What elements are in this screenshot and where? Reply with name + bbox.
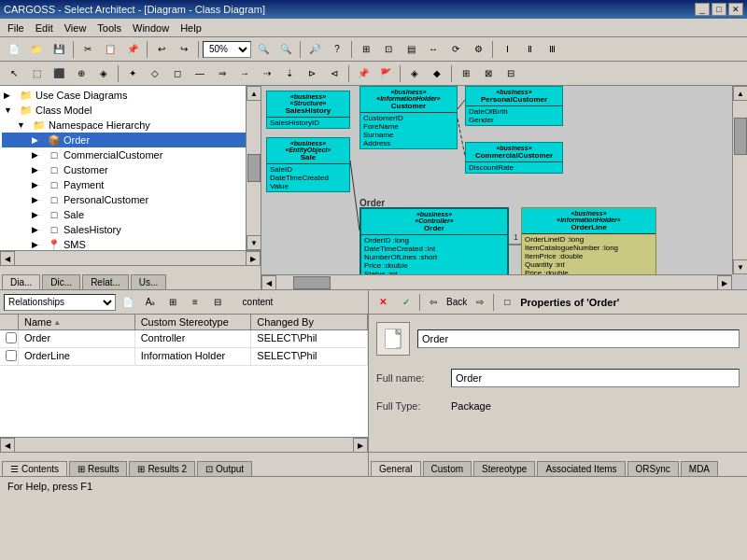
zoom-select[interactable]: 50% 75% 100% [203, 41, 251, 58]
tb2-btn-o[interactable]: ⊲ [324, 63, 345, 84]
new-btn[interactable]: 📄 [4, 39, 24, 60]
uml-class-saleshistory[interactable]: «business» «Structure» SalesHistory Sale… [266, 91, 350, 129]
uml-class-commercial[interactable]: «business» CommercialCustomer DiscountRa… [465, 142, 563, 174]
diagram-scrollbar-v[interactable]: ▲ ▼ [732, 86, 747, 274]
tb1-btn-f[interactable]: ⚙ [468, 39, 488, 60]
scroll-right[interactable]: ▶ [246, 251, 261, 266]
tb2-btn-l[interactable]: ⇢ [257, 63, 277, 84]
tb2-btn-p[interactable]: 📌 [353, 63, 374, 84]
tab-general[interactable]: General [371, 461, 421, 476]
tab-output[interactable]: ⊡ Output [197, 461, 252, 476]
tree-item-saleshistory[interactable]: ▶ □ SalesHistory [2, 222, 259, 237]
tree-item-commercial[interactable]: ▶ □ CommercialCustomer [2, 147, 259, 162]
tb1-btn-c[interactable]: ▤ [401, 39, 421, 60]
tab-results[interactable]: ⊞ Results [69, 461, 127, 476]
scroll-up[interactable]: ▲ [247, 86, 261, 101]
table-row-order[interactable]: Order Controller SELECT\Phil [0, 330, 368, 348]
copy-btn[interactable]: 📋 [100, 39, 120, 60]
help-btn[interactable]: ? [327, 39, 347, 60]
open-btn[interactable]: 📁 [26, 39, 47, 60]
scroll-left[interactable]: ◀ [0, 251, 15, 266]
tree-item-class-model[interactable]: ▼ 📁 Class Model [2, 103, 259, 118]
tab-diagram[interactable]: Dia... [2, 274, 40, 289]
tb1-btn-e[interactable]: ⟳ [445, 39, 466, 60]
props-close-btn[interactable]: ✕ [373, 292, 393, 313]
tb1-btn-b[interactable]: ⊡ [378, 39, 399, 60]
bl-edit-btn[interactable]: Aₐ [140, 292, 161, 313]
content-btn[interactable]: content [230, 292, 286, 313]
tree-item-customer[interactable]: ▶ □ Customer [2, 162, 259, 177]
row-checkbox-1[interactable] [6, 332, 17, 343]
search-btn[interactable]: 🔎 [304, 39, 325, 60]
tb2-btn-s[interactable]: ◆ [427, 63, 447, 84]
bl-scroll-left[interactable]: ◀ [0, 438, 15, 453]
tree-item-personal[interactable]: ▶ □ PersonalCustomer [2, 192, 259, 207]
tab-users[interactable]: Us... [131, 274, 167, 289]
th-stereotype[interactable]: Custom Stereotype [135, 315, 252, 329]
td-check-1[interactable] [0, 330, 19, 347]
tb1-btn-d[interactable]: ↔ [423, 39, 444, 60]
undo-btn[interactable]: ↩ [151, 39, 172, 60]
diag-scroll-thumb-v[interactable] [734, 118, 747, 155]
bl-props-btn[interactable]: ≡ [185, 292, 205, 313]
redo-btn[interactable]: ↪ [174, 39, 194, 60]
bl-scroll-right[interactable]: ▶ [353, 438, 368, 453]
tab-associated[interactable]: Associated Items [537, 461, 625, 476]
table-row-orderline[interactable]: OrderLine Information Holder SELECT\Phil [0, 348, 368, 366]
relationships-dropdown[interactable]: Relationships Attributes Operations All [4, 294, 116, 311]
bl-scroll-h[interactable]: ◀ ▶ [0, 437, 368, 452]
diag-scroll-right[interactable]: ▶ [717, 275, 732, 289]
tb2-btn-u[interactable]: ⊠ [478, 63, 499, 84]
tab-results2[interactable]: ⊞ Results 2 [129, 461, 195, 476]
tb2-btn-k[interactable]: → [234, 63, 255, 84]
bl-new-btn[interactable]: 📄 [118, 292, 138, 313]
name-input[interactable] [417, 329, 740, 348]
td-check-2[interactable] [0, 348, 19, 365]
scroll-down[interactable]: ▼ [247, 235, 261, 250]
tb2-btn-m[interactable]: ⇣ [279, 63, 300, 84]
tb2-btn-b[interactable]: ⬚ [26, 63, 47, 84]
menu-tools[interactable]: Tools [92, 21, 127, 35]
maximize-button[interactable]: □ [712, 3, 726, 16]
tb2-btn-j[interactable]: ⇒ [212, 63, 233, 84]
th-name[interactable]: Name ▲ [19, 315, 135, 329]
tree-item-sms[interactable]: ▶ 📍 SMS [2, 237, 259, 250]
close-button[interactable]: ✕ [728, 3, 743, 16]
tab-dictionary[interactable]: Dic... [42, 274, 80, 289]
menu-file[interactable]: File [2, 21, 30, 35]
tb2-btn-n[interactable]: ⊳ [302, 63, 322, 84]
tb2-btn-c[interactable]: ⬛ [49, 63, 69, 84]
tb2-btn-v[interactable]: ⊟ [500, 63, 521, 84]
tb2-btn-e[interactable]: ◈ [93, 63, 114, 84]
tb2-btn-h[interactable]: ◻ [167, 63, 188, 84]
zoom-in-btn[interactable]: 🔍 [253, 39, 274, 60]
tree-item-use-case[interactable]: ▶ 📁 Use Case Diagrams [2, 88, 259, 103]
tb1-btn-i[interactable]: Ⅲ [542, 39, 562, 60]
tb1-btn-h[interactable]: Ⅱ [519, 39, 540, 60]
th-changed[interactable]: Changed By [251, 315, 368, 329]
tab-contents[interactable]: ☰ Contents [2, 461, 67, 476]
fullname-input[interactable] [451, 369, 740, 387]
diag-scroll-up[interactable]: ▲ [733, 86, 747, 101]
tree-item-sale[interactable]: ▶ □ Sale [2, 207, 259, 222]
diagram-canvas[interactable]: «business» «Structure» SalesHistory Sale… [261, 86, 747, 289]
props-back-btn[interactable]: ⇦ [423, 292, 444, 313]
tb1-btn-g[interactable]: Ⅰ [497, 39, 517, 60]
tab-orsync[interactable]: ORSync [627, 461, 679, 476]
tab-mda[interactable]: MDA [681, 461, 718, 476]
paste-btn[interactable]: 📌 [122, 39, 143, 60]
tb1-btn-a[interactable]: ⊞ [356, 39, 376, 60]
diag-scroll-left[interactable]: ◀ [261, 275, 276, 289]
scroll-thumb[interactable] [247, 154, 261, 182]
tb2-btn-r[interactable]: ◈ [404, 63, 425, 84]
tb2-btn-q[interactable]: 🚩 [375, 63, 396, 84]
uml-class-sale[interactable]: «business» «EntityObject» Sale SaleID Da… [266, 137, 350, 192]
tab-custom[interactable]: Custom [423, 461, 472, 476]
tree-item-namespace[interactable]: ▼ 📁 Namespace Hierarchy [2, 118, 259, 133]
row-checkbox-2[interactable] [6, 350, 17, 361]
diag-scroll-down[interactable]: ▼ [733, 259, 747, 274]
menu-view[interactable]: View [59, 21, 92, 35]
tb2-btn-f[interactable]: ✦ [122, 63, 143, 84]
tree-scroll-v[interactable]: ▲ ▼ [246, 86, 261, 250]
tree-scroll-h[interactable]: ◀ ▶ [0, 250, 261, 265]
